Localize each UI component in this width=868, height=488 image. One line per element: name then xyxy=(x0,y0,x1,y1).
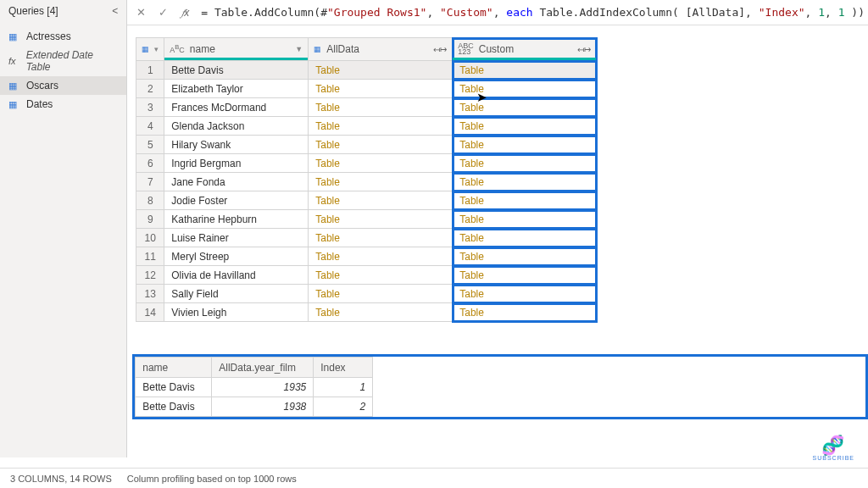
cell-custom[interactable]: Table xyxy=(453,98,597,117)
preview-header-year[interactable]: AllData.year_film xyxy=(212,358,314,378)
table-icon: ▦ xyxy=(8,80,20,91)
cell-custom[interactable]: Table xyxy=(453,117,597,136)
preview-row[interactable]: Bette Davis 1935 1 xyxy=(136,378,373,397)
cell-custom[interactable]: Table xyxy=(453,229,597,247)
dna-icon: 🧬 xyxy=(813,436,854,455)
cell-alldata[interactable]: Table xyxy=(309,229,453,247)
row-number: 3 xyxy=(136,98,164,117)
expand-icon[interactable]: ↤↦ xyxy=(577,45,591,54)
cell-custom[interactable]: Table xyxy=(453,80,597,98)
cell-custom[interactable]: Table xyxy=(453,61,597,80)
cell-name: Vivien Leigh xyxy=(164,303,309,322)
cell-alldata[interactable]: Table xyxy=(309,247,453,266)
query-label: Dates xyxy=(26,98,53,110)
formula-input[interactable]: = Table.AddColumn(#"Grouped Rows1", "Cus… xyxy=(198,6,865,19)
row-number: 2 xyxy=(136,80,164,98)
table-icon: ▦ xyxy=(8,99,20,109)
table-row[interactable]: 10Luise RainerTableTable xyxy=(136,229,597,247)
status-profile: Column profiling based on top 1000 rows xyxy=(127,474,297,484)
data-grid: ▦▾ ABCname▼ ▦AllData↤↦ ABC123Custom↤↦ 1B… xyxy=(136,37,597,322)
table-row[interactable]: 9Katharine HepburnTableTable xyxy=(136,210,597,229)
query-label: Oscars xyxy=(26,80,58,92)
cell-custom[interactable]: Table xyxy=(453,303,597,322)
commit-formula-button[interactable]: ✓ xyxy=(153,3,173,23)
cell-custom[interactable]: Table xyxy=(453,136,597,154)
cell-alldata[interactable]: Table xyxy=(309,136,453,154)
table-row[interactable]: 7Jane FondaTableTable xyxy=(136,173,597,191)
cell-custom[interactable]: Table xyxy=(453,154,597,173)
row-number: 13 xyxy=(136,285,164,303)
cell-alldata[interactable]: Table xyxy=(309,98,453,117)
query-item-dates[interactable]: ▦ Dates xyxy=(0,95,126,114)
table-row[interactable]: 3Frances McDormandTableTable xyxy=(136,98,597,117)
cell-name: Elizabeth Taylor xyxy=(164,80,309,98)
cell-alldata[interactable]: Table xyxy=(309,117,453,136)
cell-alldata[interactable]: Table xyxy=(309,154,453,173)
row-number: 4 xyxy=(136,117,164,136)
query-label: Extended Date Table xyxy=(26,49,119,73)
row-number: 6 xyxy=(136,154,164,173)
cell-alldata[interactable]: Table xyxy=(309,61,453,80)
table-row[interactable]: 6Ingrid BergmanTableTable xyxy=(136,154,597,173)
cell-name: Luise Rainer xyxy=(164,229,309,247)
row-number: 10 xyxy=(136,229,164,247)
cancel-formula-button[interactable]: ✕ xyxy=(131,3,151,23)
row-number: 12 xyxy=(136,266,164,285)
filter-dropdown-icon[interactable]: ▼ xyxy=(295,45,303,53)
query-label: Actresses xyxy=(26,30,71,42)
row-number: 7 xyxy=(136,173,164,191)
column-header-name[interactable]: ABCname▼ xyxy=(164,38,309,61)
cell-name: Sally Field xyxy=(164,285,309,303)
cell-name: Katharine Hepburn xyxy=(164,210,309,229)
table-row[interactable]: 13Sally FieldTableTable xyxy=(136,285,597,303)
query-item-oscars[interactable]: ▦ Oscars xyxy=(0,76,126,95)
cell-alldata[interactable]: Table xyxy=(309,303,453,322)
cell-alldata[interactable]: Table xyxy=(309,191,453,210)
status-cols-rows: 3 COLUMNS, 14 ROWS xyxy=(10,474,112,484)
cell-name: Olivia de Havilland xyxy=(164,266,309,285)
table-row[interactable]: 14Vivien LeighTableTable xyxy=(136,303,597,322)
row-number: 1 xyxy=(136,61,164,80)
column-header-custom[interactable]: ABC123Custom↤↦ xyxy=(453,38,597,61)
status-bar: 3 COLUMNS, 14 ROWS Column profiling base… xyxy=(0,468,868,488)
cell-custom[interactable]: Table xyxy=(453,173,597,191)
table-row[interactable]: 8Jodie FosterTableTable xyxy=(136,191,597,210)
cell-custom[interactable]: Table xyxy=(453,266,597,285)
cell-name: Meryl Streep xyxy=(164,247,309,266)
table-row[interactable]: 4Glenda JacksonTableTable xyxy=(136,117,597,136)
cell-custom[interactable]: Table xyxy=(453,285,597,303)
collapse-panel-icon[interactable]: < xyxy=(112,5,118,17)
cell-custom[interactable]: Table xyxy=(453,247,597,266)
cell-alldata[interactable]: Table xyxy=(309,210,453,229)
cell-name: Glenda Jackson xyxy=(164,117,309,136)
table-icon: ▦ xyxy=(8,31,20,42)
cell-alldata[interactable]: Table xyxy=(309,173,453,191)
table-row[interactable]: 2Elizabeth TaylorTableTable xyxy=(136,80,597,98)
query-item-extended-date[interactable]: fx Extended Date Table xyxy=(0,46,126,76)
cell-name: Ingrid Bergman xyxy=(164,154,309,173)
table-corner[interactable]: ▦▾ xyxy=(136,38,164,61)
queries-panel: Queries [4] < ▦ Actresses fx Extended Da… xyxy=(0,0,127,458)
preview-header-name[interactable]: name xyxy=(136,358,212,378)
table-row[interactable]: 5Hilary SwankTableTable xyxy=(136,136,597,154)
row-number: 14 xyxy=(136,303,164,322)
column-header-alldata[interactable]: ▦AllData↤↦ xyxy=(309,38,453,61)
query-item-actresses[interactable]: ▦ Actresses xyxy=(0,27,126,46)
preview-header-index[interactable]: Index xyxy=(314,358,373,378)
cell-alldata[interactable]: Table xyxy=(309,285,453,303)
cell-custom[interactable]: Table xyxy=(453,210,597,229)
formula-bar: ✕ ✓ 𝑓x = Table.AddColumn(#"Grouped Rows1… xyxy=(127,0,868,25)
fx-label: 𝑓x xyxy=(175,7,196,19)
preview-row[interactable]: Bette Davis 1938 2 xyxy=(136,397,373,417)
table-row[interactable]: 12Olivia de HavillandTableTable xyxy=(136,266,597,285)
cell-name: Jane Fonda xyxy=(164,173,309,191)
main-area: ✕ ✓ 𝑓x = Table.AddColumn(#"Grouped Rows1… xyxy=(127,0,868,458)
expand-icon[interactable]: ↤↦ xyxy=(433,45,447,54)
cell-custom[interactable]: Table xyxy=(453,191,597,210)
subscribe-badge[interactable]: 🧬 SUBSCRIBE xyxy=(813,436,854,461)
cell-alldata[interactable]: Table xyxy=(309,266,453,285)
table-row[interactable]: 11Meryl StreepTableTable xyxy=(136,247,597,266)
table-row[interactable]: 1Bette DavisTableTable xyxy=(136,61,597,80)
preview-pane: name AllData.year_film Index Bette Davis… xyxy=(132,354,868,419)
cell-alldata[interactable]: Table xyxy=(309,80,453,98)
